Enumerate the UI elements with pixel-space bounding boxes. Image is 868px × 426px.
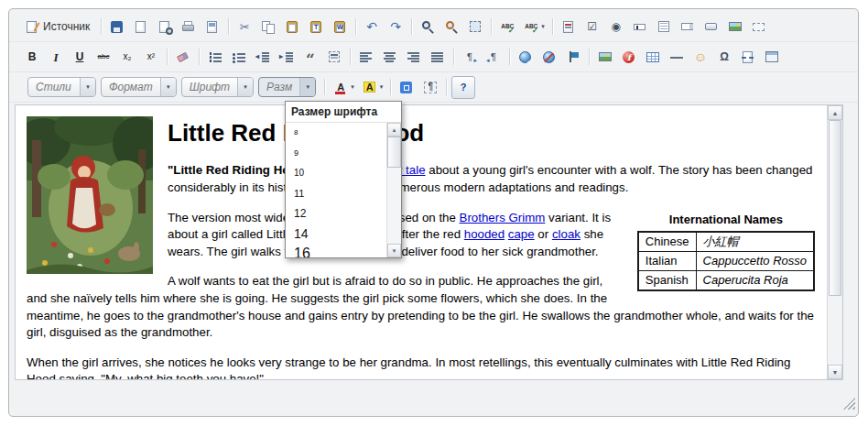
paste-button[interactable] xyxy=(281,16,303,38)
font-size-option[interactable]: 12 xyxy=(286,203,386,224)
bidi-ltr-button[interactable]: ¶ xyxy=(459,47,481,68)
align-justify-button[interactable] xyxy=(427,47,449,68)
align-center-button[interactable] xyxy=(379,47,401,68)
link-button[interactable] xyxy=(515,47,537,68)
show-blocks-button[interactable]: ¶ xyxy=(419,77,441,98)
align-left-button[interactable] xyxy=(355,47,377,68)
superscript-button[interactable]: x² xyxy=(140,47,162,68)
font-combo[interactable]: Шрифт▾ xyxy=(181,77,254,97)
scroll-down-button[interactable]: ▼ xyxy=(828,365,842,379)
horizontal-rule-icon xyxy=(668,49,685,65)
button-field-button[interactable] xyxy=(700,16,722,38)
doc-link[interactable]: cloak xyxy=(552,227,580,241)
iframe-button[interactable] xyxy=(761,47,783,68)
bidi-rtl-button[interactable]: ¶ xyxy=(483,47,505,68)
numbered-list-button[interactable] xyxy=(204,47,226,68)
underline-icon: U xyxy=(71,49,88,65)
save-button[interactable] xyxy=(106,16,128,38)
font-size-option[interactable]: 16 xyxy=(286,244,386,257)
vertical-scrollbar[interactable]: ▲ ▼ xyxy=(827,105,842,379)
replace-button[interactable] xyxy=(440,16,462,38)
div-container-button[interactable] xyxy=(323,47,345,68)
bg-color-button[interactable]: A▾ xyxy=(359,77,386,98)
image-button-button[interactable] xyxy=(724,16,746,38)
italic-button[interactable]: I xyxy=(45,47,67,68)
print-button[interactable] xyxy=(178,16,200,38)
select-all-button[interactable] xyxy=(464,16,486,38)
font-size-option[interactable]: 10 xyxy=(286,163,386,183)
text-color-button[interactable]: A▾ xyxy=(330,77,357,98)
doc-link[interactable]: hooded xyxy=(464,227,505,241)
align-right-button[interactable] xyxy=(403,47,425,68)
special-char-button[interactable]: Ω xyxy=(713,47,735,68)
outdent-button[interactable]: ◂ xyxy=(252,47,274,68)
document-canvas[interactable]: Little Red Riding Hood "Little Red Ridin… xyxy=(16,105,827,379)
font-size-option[interactable]: 14 xyxy=(286,224,386,244)
scroll-track[interactable] xyxy=(828,120,842,365)
about-button[interactable]: ? xyxy=(451,76,475,99)
new-page-button[interactable] xyxy=(130,16,152,38)
strike-button[interactable]: abc xyxy=(92,47,114,68)
italic-glyph: I xyxy=(53,51,58,63)
scayt-button[interactable]: ABC▾ xyxy=(520,16,548,38)
blockquote-button[interactable]: “ xyxy=(299,47,321,68)
paste-text-button[interactable]: T xyxy=(305,16,327,38)
dropdown-scroll-up-button[interactable]: ▲ xyxy=(387,123,401,137)
doc-link[interactable]: cape xyxy=(508,227,535,241)
redo-button[interactable]: ↷ xyxy=(385,16,407,38)
page-break-button[interactable] xyxy=(737,47,759,68)
find-button[interactable] xyxy=(417,16,439,38)
checkbox-button[interactable]: ☑ xyxy=(581,16,603,38)
form-button[interactable] xyxy=(558,16,580,38)
table-button[interactable] xyxy=(642,47,664,68)
templates-button[interactable] xyxy=(201,16,223,38)
preview-button[interactable] xyxy=(154,16,176,38)
radio-button-button[interactable]: ◉ xyxy=(605,16,627,38)
toolbar-separator xyxy=(167,49,168,65)
textarea-button[interactable] xyxy=(653,16,675,38)
toolbar-area: Источник✂TW↶↷ABCABC▾☑◉ BIUabcx₂x²◂▸“¶¶☺Ω… xyxy=(9,9,858,103)
font-size-option[interactable]: 8 xyxy=(286,123,386,143)
indent-button[interactable]: ▸ xyxy=(276,47,298,68)
page-break-icon xyxy=(740,49,756,65)
text-field-button[interactable] xyxy=(629,16,651,38)
image-button[interactable] xyxy=(594,47,616,68)
bulleted-list-button[interactable] xyxy=(228,47,250,68)
source-button[interactable]: Источник xyxy=(21,16,96,38)
paste-word-button[interactable]: W xyxy=(329,16,351,38)
remove-format-button[interactable] xyxy=(172,47,194,68)
font-size-option[interactable]: 11 xyxy=(286,183,386,203)
horizontal-rule-button[interactable] xyxy=(666,47,688,68)
copy-icon xyxy=(260,19,277,35)
dropdown-scroll-down-button[interactable]: ▼ xyxy=(387,244,401,257)
styles-combo[interactable]: Стили▾ xyxy=(27,77,96,97)
scroll-thumb[interactable] xyxy=(829,120,841,296)
maximize-button[interactable] xyxy=(396,77,418,98)
copy-button[interactable] xyxy=(257,16,279,38)
unlink-button[interactable] xyxy=(538,47,560,68)
smiley-button[interactable]: ☺ xyxy=(689,47,711,68)
dropdown-scrollbar[interactable]: ▲ ▼ xyxy=(386,123,401,257)
underline-button[interactable]: U xyxy=(69,47,91,68)
font-size-option[interactable]: 9 xyxy=(286,143,386,163)
dropdown-scroll-track[interactable] xyxy=(387,137,401,244)
cut-button[interactable]: ✂ xyxy=(233,16,255,38)
spell-check-button[interactable]: ABC xyxy=(496,16,518,38)
flash-button[interactable] xyxy=(618,47,640,68)
bold-button[interactable]: B xyxy=(21,47,43,68)
language-cell: Spanish xyxy=(638,271,696,291)
format-combo[interactable]: Формат▾ xyxy=(101,77,177,97)
format-combo-arrow-icon: ▾ xyxy=(160,78,176,96)
select-field-button[interactable] xyxy=(677,16,699,38)
doc-link[interactable]: Brothers Grimm xyxy=(460,211,546,224)
font-size-combo[interactable]: Разм▾ xyxy=(258,77,316,97)
subscript-button[interactable]: x₂ xyxy=(116,47,138,68)
hidden-field-button[interactable] xyxy=(748,16,770,38)
dropdown-scroll-thumb[interactable] xyxy=(387,137,401,168)
font-combo-arrow-icon: ▾ xyxy=(237,78,253,96)
anchor-button[interactable] xyxy=(562,47,584,68)
undo-button[interactable]: ↶ xyxy=(361,16,383,38)
resize-handle[interactable] xyxy=(843,398,855,410)
toolbar-separator xyxy=(324,79,325,95)
scroll-up-button[interactable]: ▲ xyxy=(828,105,842,120)
